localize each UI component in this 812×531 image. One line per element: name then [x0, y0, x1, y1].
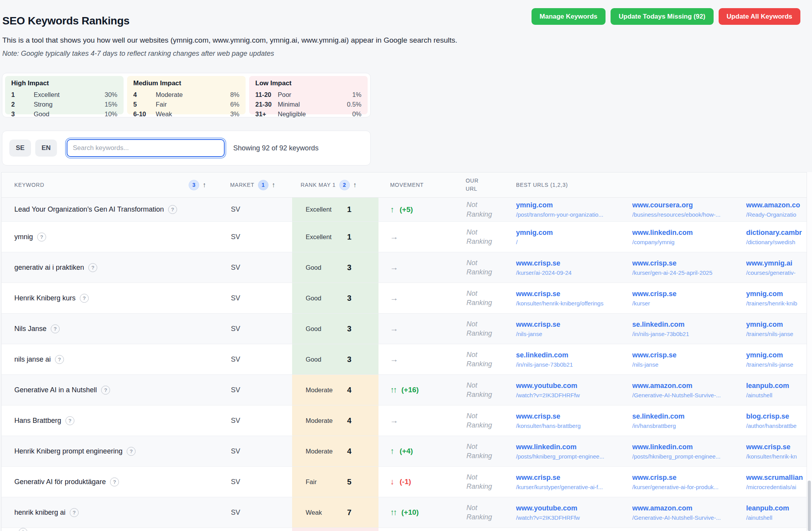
help-icon[interactable]: ? — [80, 294, 89, 303]
vertical-scrollbar[interactable] — [807, 172, 812, 531]
best-url-3[interactable] — [746, 528, 807, 531]
best-url-3[interactable]: leanpub.com /ainutshell — [746, 375, 807, 405]
our-url-status: Not Ranking — [462, 198, 516, 221]
language-filter-en[interactable]: EN — [35, 140, 57, 157]
best-url-3[interactable]: www.amazon.co /Ready-Organizatio — [746, 198, 807, 221]
help-icon[interactable]: ? — [65, 416, 74, 425]
help-icon[interactable]: ? — [110, 478, 119, 486]
toolbar: Manage Keywords Update Todays Missing (9… — [532, 8, 800, 25]
url-domain: www.crisp.se — [516, 290, 560, 298]
url-path: /microcredentials/ai — [746, 484, 796, 490]
best-url-3[interactable]: ymnig.com /trainers/nils-janse — [746, 344, 807, 374]
best-url-3[interactable]: ymnig.com /trainers/henrik-knib — [746, 283, 807, 313]
best-url-2[interactable]: www.crisp.se /kurser — [632, 283, 746, 313]
rank-number: 4 — [347, 447, 351, 456]
url-domain: www.scrumallian — [746, 474, 803, 482]
best-url-1[interactable]: se.linkedin.com /in/nils-janse-73b0b21 — [516, 344, 632, 374]
search-input[interactable] — [67, 139, 225, 157]
best-url-3[interactable]: blog.crisp.se /author/hansbrattbe — [746, 405, 807, 436]
best-url-1[interactable]: www.youtube.com /watch?v=2IK3DFHRFfw — [516, 497, 632, 528]
help-icon[interactable]: ? — [55, 355, 64, 364]
best-url-2[interactable]: www.amazon.com /Generative-AI-Nutshell-S… — [632, 497, 746, 528]
movement-cell: → — [378, 344, 462, 374]
help-icon[interactable]: ? — [101, 386, 110, 395]
help-icon[interactable]: ? — [37, 233, 46, 241]
table-row: Henrik Kniberg prompt engineering ? SV M… — [2, 436, 807, 467]
market-value: SV — [226, 252, 292, 283]
best-url-3[interactable]: www.scrumallian /microcredentials/ai — [746, 467, 807, 497]
best-url-1[interactable]: ymnig.com /post/transform-your-organizat… — [516, 198, 632, 221]
keyword-label: Henrik Kniberg prompt engineering — [14, 447, 122, 455]
best-url-3[interactable]: leanpub.com /ainutshell — [746, 497, 807, 528]
movement-arrow-icon: ↑ — [390, 447, 394, 456]
best-url-3[interactable]: ymnig.com /trainers/nils-janse — [746, 314, 807, 344]
best-url-1[interactable]: www.crisp.se /kurser/ai-2024-09-24 — [516, 252, 632, 283]
best-url-1[interactable]: ymnig.com / — [516, 222, 632, 252]
manage-keywords-button[interactable]: Manage Keywords — [532, 8, 606, 25]
help-icon[interactable]: ? — [88, 263, 97, 272]
url-domain: www.crisp.se — [516, 259, 560, 267]
help-icon[interactable]: ? — [168, 205, 177, 214]
best-url-2[interactable]: se.linkedin.com /in/nils-janse-73b0b21 — [632, 314, 746, 344]
column-header-market[interactable]: MARKET 1 ↑ — [226, 180, 292, 190]
best-url-1[interactable] — [516, 528, 632, 531]
url-path: /konsulter/henrik-kn — [746, 453, 797, 460]
best-url-2[interactable]: se.linkedin.com /in/hansbrattberg — [632, 405, 746, 436]
column-header-keyword[interactable]: KEYWORD 3 ↑ — [2, 180, 226, 190]
movement-arrow-icon: → — [390, 416, 398, 425]
best-url-3[interactable]: www.ymnig.ai /courses/generativ- — [746, 252, 807, 283]
best-url-1[interactable]: www.crisp.se /konsulter/henrik-kniberg/o… — [516, 283, 632, 313]
scrollbar-thumb[interactable] — [808, 481, 811, 531]
rank-cell: Moderate 4 — [292, 405, 378, 436]
column-header-rank[interactable]: RANK MAY 1 2 ↑ — [292, 180, 378, 190]
best-url-2[interactable]: www.linkedin.com /posts/hkniberg_prompt-… — [632, 436, 746, 466]
movement-cell: → — [378, 314, 462, 344]
legend-box-title: High Impact — [11, 79, 117, 87]
help-icon[interactable]: ? — [70, 508, 79, 517]
column-header-our-url: OUR URL — [462, 177, 516, 193]
market-value — [226, 528, 292, 531]
help-icon[interactable]: ? — [19, 528, 28, 531]
rank-number: 1 — [347, 205, 351, 214]
best-url-2[interactable]: www.coursera.org /business/resources/ebo… — [632, 198, 746, 221]
page-subtitle: This is a tool that shows you how well o… — [2, 36, 506, 45]
language-filter-se[interactable]: SE — [9, 140, 31, 157]
legend-row: 21-30Minimal0.5% — [255, 100, 361, 109]
filter-bar: SE EN Showing 92 of 92 keywords — [2, 131, 371, 166]
market-value: SV — [226, 375, 292, 405]
url-domain: www.linkedin.com — [632, 229, 693, 237]
url-path: /Generative-AI-Nutshell-Survive-... — [632, 392, 721, 398]
legend-row: 11-20Poor1% — [255, 90, 361, 100]
url-path: /kurser/generative-ai-for-produk... — [632, 484, 719, 490]
best-url-2[interactable]: www.linkedin.com /company/ymnig — [632, 222, 746, 252]
best-url-2[interactable]: www.crisp.se /kurser/generative-ai-for-p… — [632, 467, 746, 497]
best-url-1[interactable]: www.youtube.com /watch?v=2IK3DFHRFfw — [516, 375, 632, 405]
help-icon[interactable]: ? — [127, 447, 136, 456]
market-sort-badge: 1 — [258, 180, 268, 190]
best-url-2[interactable] — [632, 528, 746, 531]
url-path: /posts/hkniberg_prompt-enginee... — [632, 453, 721, 460]
url-domain: se.linkedin.com — [516, 351, 568, 359]
best-url-1[interactable]: www.crisp.se /kurser/kurstyper/generativ… — [516, 467, 632, 497]
best-url-1[interactable]: www.crisp.se /nils-janse — [516, 314, 632, 344]
update-todays-missing-button[interactable]: Update Todays Missing (92) — [611, 8, 714, 25]
best-url-1[interactable]: www.linkedin.com /posts/hkniberg_prompt-… — [516, 436, 632, 466]
table-row: henrik kniberg ai ? SV Weak 7 ↑↑ (+10) N… — [2, 497, 807, 528]
url-domain: www.coursera.org — [632, 201, 693, 209]
best-url-3[interactable]: dictionary.cambr /dictionary/swedish — [746, 222, 807, 252]
rank-label: Weak — [306, 509, 322, 516]
best-url-2[interactable]: www.amazon.com /Generative-AI-Nutshell-S… — [632, 375, 746, 405]
rank-number: 1 — [347, 233, 351, 241]
update-all-keywords-button[interactable]: Update All Keywords — [719, 8, 800, 25]
url-path: /ainutshell — [746, 392, 772, 398]
best-url-1[interactable]: www.crisp.se /konsulter/hans-brattberg — [516, 405, 632, 436]
help-icon[interactable]: ? — [51, 324, 60, 333]
our-url-header-label: OUR URL — [466, 177, 490, 193]
rank-cell: Moderate 4 — [292, 436, 378, 466]
best-url-2[interactable]: www.crisp.se /nils-janse — [632, 344, 746, 374]
url-path: /trainers/henrik-knib — [746, 300, 797, 307]
best-url-2[interactable]: www.crisp.se /kurser/gen-ai-24-25-april-… — [632, 252, 746, 283]
best-url-3[interactable]: www.crisp.se /konsulter/henrik-kn — [746, 436, 807, 466]
movement-value: (+16) — [401, 386, 419, 394]
keyword-header-label: KEYWORD — [14, 182, 44, 188]
